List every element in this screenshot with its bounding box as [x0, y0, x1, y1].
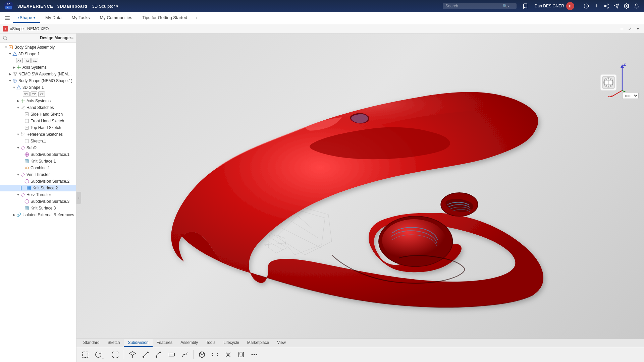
sidebar-menu-button[interactable]: ≡ [71, 36, 73, 40]
tree-item-body-shape-assembly[interactable]: ▼ Body Shape Assembly [0, 44, 76, 51]
toolbar-tab-view[interactable]: View [273, 339, 290, 347]
app-badge: x [3, 26, 8, 32]
sidebar: Design Manager ≡ ▼ Body Shape Assembly ▼… [0, 34, 76, 362]
expand-isolated-external[interactable]: ▶ [12, 213, 16, 217]
top-right-icons: + [582, 1, 641, 11]
tree-item-3d-shape-1[interactable]: ▼ 3D Shape 1 [0, 84, 76, 91]
toolbar-tab-standard[interactable]: Standard [79, 339, 104, 347]
tree-item-top-hand-sketch[interactable]: ▶ Top Hand Sketch [0, 124, 76, 131]
tree-item-vert-thruster[interactable]: ▼ Vert Thruster [0, 171, 76, 178]
nav-tab-mytasks[interactable]: My Tasks [67, 13, 95, 23]
tree-item-axis-systems-1[interactable]: ▶ Axis Systems [0, 64, 76, 71]
tree-item-reference-sketches[interactable]: ▼ Reference Sketches [0, 131, 76, 138]
search-dropdown-icon[interactable]: ▾ [507, 4, 509, 8]
nav-tab-tips[interactable]: Tips for Getting Started [138, 13, 192, 23]
expand-3d-shape-1-top[interactable]: ▼ [8, 52, 12, 56]
expand-nemo-sw[interactable]: ▶ [8, 72, 12, 76]
toolbar-tab-sketch[interactable]: Sketch [104, 339, 124, 347]
sidebar-collapse-button[interactable]: ‹ [76, 192, 81, 204]
rotate-view-tool[interactable]: ▾ [92, 349, 104, 361]
toolbar-tab-assembly[interactable]: Assembly [176, 339, 202, 347]
tree-item-isolated-external[interactable]: ▶ Isolated External References [0, 212, 76, 218]
xz-icon-top[interactable]: XZ [32, 58, 38, 63]
expand-axis-systems-1[interactable]: ▶ [12, 66, 16, 69]
bookmark-icon[interactable] [521, 1, 530, 11]
tree-item-combine-1[interactable]: ▶ Combine.1 [0, 165, 76, 171]
axis-icon-1 [16, 65, 21, 70]
fit-all-tool[interactable] [109, 349, 121, 361]
expand-horz-thruster[interactable]: ▼ [16, 193, 20, 196]
toolbar-tab-lifecycle[interactable]: Lifecycle [219, 339, 243, 347]
yz-icon[interactable]: YZ [31, 92, 37, 97]
expand-axis-systems-2[interactable]: ▶ [16, 99, 20, 103]
nav-tab-xshape[interactable]: xShape ▾ [13, 13, 40, 23]
xz-icon[interactable]: XZ [38, 92, 45, 97]
trim-tool[interactable] [222, 349, 234, 361]
expand-3d-shape-1[interactable]: ▼ [12, 86, 16, 89]
tree-item-subdivision-surface-2[interactable]: ▶ Subdivision Surface.2 [0, 178, 76, 185]
user-info[interactable]: Dan DESIGNER D [533, 1, 576, 11]
help-icon[interactable] [582, 1, 591, 11]
expand-vert-thruster[interactable]: ▼ [16, 173, 20, 176]
yz-icon-top[interactable]: YZ [24, 58, 31, 63]
tree-item-subd[interactable]: ▼ SubD [0, 144, 76, 151]
settings-icon[interactable] [622, 1, 631, 11]
nav-tab-mycommunities[interactable]: My Communities [95, 13, 137, 23]
tree-item-subdivision-surface-3[interactable]: ▶ Subdivision Surface.3 [0, 198, 76, 205]
tree-item-side-hand-sketch[interactable]: ▶ Side Hand Sketch [0, 111, 76, 118]
sketch-plane-tool[interactable] [126, 349, 139, 361]
notifications-icon[interactable] [632, 1, 641, 11]
offset-tool[interactable] [235, 349, 247, 361]
tree-item-knit-surface-2[interactable]: ▶ Knit Surface.2 [0, 185, 76, 191]
svg-point-81 [160, 352, 161, 353]
tree-item-knit-surface-1[interactable]: ▶ Knit Surface.1 [0, 158, 76, 165]
send-icon[interactable] [612, 1, 621, 11]
nav-add-tab[interactable]: + [193, 14, 201, 22]
unit-selector[interactable]: mm cm m in [622, 92, 639, 99]
expand-hand-sketches[interactable]: ▼ [16, 106, 20, 109]
toolbar-tab-features[interactable]: Features [153, 339, 176, 347]
search-input[interactable] [445, 4, 502, 8]
tree-item-horz-thruster[interactable]: ▼ Horz Thruster [0, 191, 76, 198]
tree-item-subdivision-surface-1[interactable]: ▶ Subdivision Surface.1 [0, 151, 76, 158]
expand-subd[interactable]: ▼ [16, 146, 20, 149]
expand-body-shape-nemo[interactable]: ▼ [8, 79, 12, 82]
expand-reference-sketches[interactable]: ▼ [16, 133, 20, 136]
tree-item-axis-systems-2[interactable]: ▶ Axis Systems [0, 98, 76, 104]
user-name: Dan DESIGNER [535, 4, 564, 8]
share-icon[interactable] [602, 1, 611, 11]
3d-viewport[interactable]: Z X Y ‹ mm cm m in [76, 34, 644, 362]
toolbar-tab-marketplace[interactable]: Marketplace [243, 339, 273, 347]
mirror-tool[interactable] [209, 349, 221, 361]
add-icon[interactable]: + [592, 1, 601, 11]
xy-icon-top[interactable]: XY [16, 58, 23, 63]
tree-item-hand-sketches[interactable]: ▼ Hand Sketches [0, 104, 76, 111]
arc-tool[interactable] [153, 349, 165, 361]
tree-item-3d-shape-1-top[interactable]: ▼ 3D Shape 1 [0, 51, 76, 57]
expand-body-shape-assembly[interactable]: ▼ [4, 46, 8, 49]
app-name-button[interactable]: 3D Sculptor ▾ [90, 3, 121, 9]
expand-button[interactable]: ▾ [635, 25, 641, 32]
line-tool[interactable] [140, 349, 152, 361]
unit-select-dropdown[interactable]: mm cm m in [622, 92, 639, 99]
toolbar-tab-subdivision[interactable]: Subdivision [124, 339, 152, 347]
rectangle-tool[interactable] [166, 349, 178, 361]
spline-tool[interactable] [179, 349, 191, 361]
box-select-tool[interactable] [79, 349, 91, 361]
nav-hamburger[interactable] [3, 13, 12, 23]
tree-item-front-hand-sketch[interactable]: ▶ Front Hand Sketch [0, 118, 76, 124]
tree-item-sketch-1[interactable]: ▶ Sketch.1 [0, 138, 76, 144]
minimize-button[interactable]: ─ [619, 25, 625, 32]
sidebar-search-icon[interactable] [3, 36, 40, 40]
nav-tab-mydata[interactable]: My Data [41, 13, 66, 23]
tree-item-nemo-sw[interactable]: ▶ NEMO SW Assembly (NEMO ... [0, 71, 76, 77]
label-3d-shape-1-top: 3D Shape 1 [18, 52, 40, 56]
toolbar-tab-tools[interactable]: Tools [202, 339, 219, 347]
extrude-tool[interactable] [196, 349, 208, 361]
search-icon[interactable]: 🔍 [502, 4, 507, 8]
xy-icon[interactable]: XY [23, 92, 30, 97]
tree-item-body-shape-nemo[interactable]: ▼ Body Shape (NEMO Shape.1) [0, 77, 76, 84]
maximize-button[interactable]: ⤢ [627, 25, 633, 32]
tree-item-knit-surface-3[interactable]: ▶ Knit Surface.3 [0, 205, 76, 212]
more-tools-button[interactable] [248, 349, 260, 361]
